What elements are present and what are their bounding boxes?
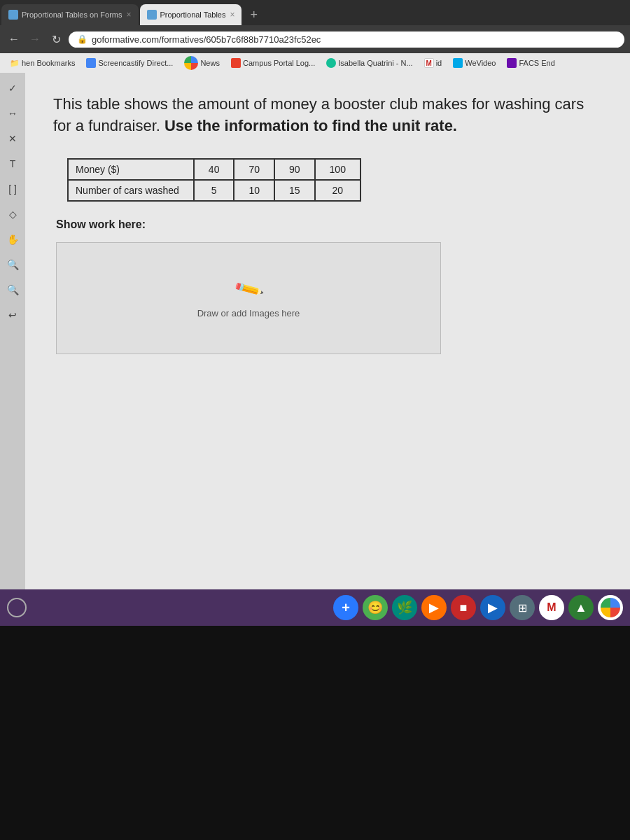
taskbar-app-orange[interactable]: ▶ [421, 595, 447, 620]
forward-button[interactable]: → [27, 31, 43, 48]
url-text: goformative.com/formatives/605b7c6f88b77… [92, 34, 321, 45]
table-cell-money-70: 70 [234, 159, 274, 180]
tab-title-1: Proportional Tables on Forms [22, 10, 122, 19]
show-work-label: Show work here: [56, 218, 602, 231]
taskbar-left [7, 598, 34, 617]
tab-close-1[interactable]: × [126, 10, 131, 20]
taskbar-apps: + 😊 🌿 ▶ ■ ▶ ⊞ M ▲ [333, 595, 623, 620]
taskbar-app-darkblue[interactable]: ▶ [480, 595, 505, 620]
taskbar-app-plant[interactable]: 🌿 [392, 595, 417, 620]
taskbar: + 😊 🌿 ▶ ■ ▶ ⊞ M ▲ [0, 589, 630, 626]
bookmark-label-campus: Campus Portal Log... [243, 59, 315, 67]
chrome-icon [601, 598, 620, 617]
tab-title-2: Proportional Tables [160, 10, 226, 19]
browser-content: ✓ ↔ ✕ T [ ] ◇ ✋ 🔍 🔍 ↩ This table shows t… [0, 73, 630, 626]
tool-diamond[interactable]: ◇ [4, 206, 21, 223]
bookmark-news[interactable]: News [180, 55, 224, 71]
bookmarks-bar: 📁 hen Bookmarks Screencastify Direct... … [0, 53, 630, 73]
taskbar-app-gmail[interactable]: M [539, 595, 564, 620]
bookmark-screencastify[interactable]: Screencastify Direct... [82, 57, 177, 69]
left-sidebar: ✓ ↔ ✕ T [ ] ◇ ✋ 🔍 🔍 ↩ [0, 73, 25, 626]
table-row-money: Money ($) 40 70 90 100 [68, 159, 360, 180]
tab-active[interactable]: Proportional Tables × [140, 4, 242, 25]
dark-bottom-area [0, 626, 630, 840]
tool-undo[interactable]: ↩ [4, 307, 21, 323]
tool-close[interactable]: ✕ [4, 130, 21, 147]
taskbar-app-triangle[interactable]: ▲ [568, 595, 594, 620]
bookmark-label-news: News [200, 59, 220, 67]
taskbar-app-plus[interactable]: + [333, 595, 358, 620]
browser-frame: Proportional Tables on Forms × Proportio… [0, 0, 630, 73]
table-row-cars: Number of cars washed 5 10 15 20 [68, 180, 360, 201]
tool-zoom-in[interactable]: 🔍 [4, 256, 21, 273]
tool-check[interactable]: ✓ [4, 80, 21, 97]
main-content: This table shows the amount of money a b… [25, 73, 630, 626]
table-cell-cars-label: Number of cars washed [68, 180, 194, 201]
tool-select[interactable]: [ ] [4, 181, 21, 197]
back-button[interactable]: ← [6, 31, 22, 48]
bookmark-label-khan: Isabella Quatrini - N... [338, 59, 412, 67]
taskbar-app-chrome[interactable] [598, 595, 623, 620]
screencastify-favicon [86, 58, 96, 68]
pencil-icon: ✏️ [232, 273, 265, 305]
facs-favicon [507, 58, 517, 68]
bookmark-label-facs: FACS End [519, 59, 554, 67]
tool-text[interactable]: T [4, 155, 21, 172]
bookmark-label-bookmarks: hen Bookmarks [22, 59, 75, 67]
khan-favicon [326, 58, 336, 68]
taskbar-app-face[interactable]: 😊 [363, 595, 388, 620]
table-cell-cars-15: 15 [274, 180, 315, 201]
taskbar-app-red[interactable]: ■ [451, 595, 476, 620]
taskbar-home-circle[interactable] [7, 598, 27, 617]
reload-button[interactable]: ↻ [48, 31, 64, 48]
wevideo-favicon [453, 58, 463, 68]
tool-hand[interactable]: ✋ [4, 231, 21, 248]
table-cell-money-100: 100 [315, 159, 360, 180]
taskbar-app-gray[interactable]: ⊞ [510, 595, 535, 620]
draw-area[interactable]: ✏️ Draw or add Images here [56, 242, 441, 354]
lock-icon: 🔒 [77, 34, 88, 44]
question-text: This table shows the amount of money a b… [53, 94, 602, 137]
draw-hint: Draw or add Images here [197, 308, 300, 318]
bookmark-label-wevideo: WeVideo [465, 59, 496, 67]
gmail-favicon: M [424, 58, 434, 68]
new-tab-button[interactable]: + [246, 4, 262, 25]
bookmark-wevideo[interactable]: WeVideo [449, 57, 500, 69]
tab-inactive[interactable]: Proportional Tables on Forms × [1, 4, 139, 25]
question-text-part2: Use the information to find the unit rat… [164, 117, 457, 134]
address-bar: ← → ↻ 🔒 goformative.com/formatives/605b7… [0, 25, 630, 53]
tool-zoom-out[interactable]: 🔍 [4, 281, 21, 298]
bookmark-facs[interactable]: FACS End [503, 57, 559, 69]
bookmark-gmail[interactable]: M id [420, 57, 447, 69]
bookmark-campus[interactable]: Campus Portal Log... [227, 57, 319, 69]
table-cell-money-90: 90 [274, 159, 315, 180]
url-bar[interactable]: 🔒 goformative.com/formatives/605b7c6f88b… [69, 31, 624, 48]
bookmark-label-gmail: id [436, 59, 442, 67]
tab-favicon-1 [8, 10, 18, 20]
tab-favicon-2 [147, 10, 157, 20]
canvas-favicon [231, 58, 241, 68]
table-cell-cars-5: 5 [194, 180, 234, 201]
bookmark-khan[interactable]: Isabella Quatrini - N... [322, 57, 416, 69]
data-table: Money ($) 40 70 90 100 Number of cars wa… [67, 158, 361, 202]
bookmark-label-screencastify: Screencastify Direct... [98, 59, 173, 67]
google-favicon [184, 56, 198, 70]
table-cell-money-40: 40 [194, 159, 234, 180]
table-cell-cars-20: 20 [315, 180, 360, 201]
table-cell-cars-10: 10 [234, 180, 274, 201]
folder-icon: 📁 [10, 59, 20, 68]
tab-bar: Proportional Tables on Forms × Proportio… [0, 0, 630, 25]
tab-close-2[interactable]: × [230, 10, 234, 20]
bookmark-bookmarks-folder[interactable]: 📁 hen Bookmarks [6, 57, 79, 69]
table-cell-money-label: Money ($) [68, 159, 194, 180]
tool-resize[interactable]: ↔ [4, 105, 21, 122]
